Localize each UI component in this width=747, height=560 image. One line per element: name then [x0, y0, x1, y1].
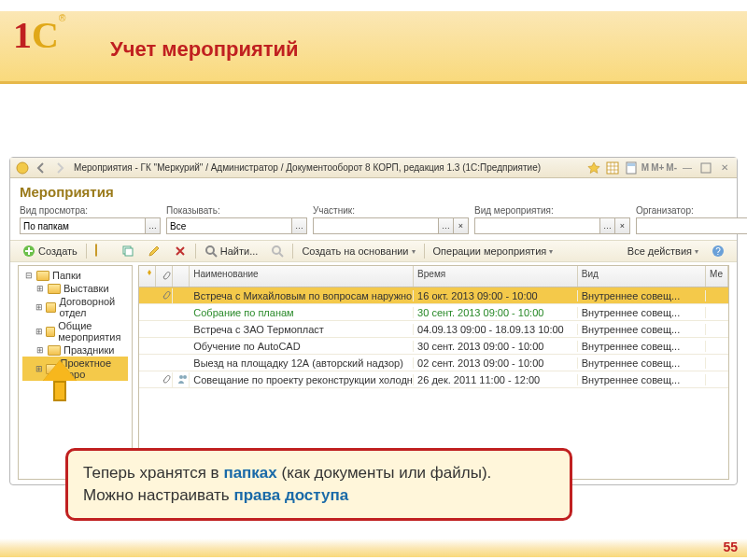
svg-point-8	[206, 246, 214, 254]
plus-icon	[22, 245, 35, 258]
operations-label: Операции мероприятия	[433, 245, 547, 257]
table-row[interactable]: Встреча с Михайловым по вопросам наружно…	[139, 287, 728, 304]
cell-time: 26 дек. 2011 11:00 - 12:00	[414, 374, 578, 385]
find-button[interactable]: Найти...	[200, 244, 263, 259]
slide-title: Учет мероприятий	[110, 37, 299, 62]
cell-name: Совещание по проекту реконструкции холод…	[190, 374, 414, 385]
magnifier-icon	[204, 245, 218, 258]
favorite-icon[interactable]	[587, 161, 600, 175]
pencil-icon	[148, 245, 161, 258]
callout-keyword-2: права доступа	[233, 486, 348, 504]
grid-header: Наименование Время Вид Ме	[139, 266, 728, 287]
col-type[interactable]: Вид	[578, 266, 706, 287]
col-time[interactable]: Время	[414, 266, 578, 287]
filter-show-label: Показывать:	[166, 205, 307, 216]
table-row[interactable]: Совещание по проекту реконструкции холод…	[139, 371, 728, 388]
all-actions-button[interactable]: Все действия	[623, 245, 703, 258]
cell-type: Внутреннее совещ...	[578, 341, 706, 352]
create-based-button[interactable]: Создать на основании	[297, 245, 419, 258]
callout-keyword-1: папках	[223, 464, 276, 482]
operations-button[interactable]: Операции мероприятия	[429, 245, 558, 258]
cell-time: 30 сент. 2013 09:00 - 10:00	[414, 341, 578, 352]
tree-item[interactable]: ⊞Выставки	[22, 282, 128, 295]
tree-root[interactable]: ⊟ Папки	[22, 269, 128, 282]
titlebar: Мероприятия - ГК "Меркурий" / Администра…	[10, 158, 737, 178]
create-label: Создать	[38, 245, 78, 257]
cell-name: Выезд на площадку 12А (авторский надзор)	[190, 357, 414, 369]
folder-icon	[46, 327, 55, 337]
cell-type: Внутреннее совещ...	[578, 324, 706, 335]
app-icon	[16, 161, 29, 175]
table-row[interactable]: Выезд на площадку 12А (авторский надзор)…	[139, 355, 728, 371]
callout-arrow	[43, 360, 77, 403]
table-row[interactable]: Встреча с ЗАО Термопласт04.09.13 09:00 -…	[139, 321, 728, 338]
expand-icon[interactable]: ⊞	[35, 345, 45, 355]
m-button[interactable]: M	[641, 162, 649, 173]
collapse-icon[interactable]: ⊟	[24, 271, 34, 280]
create-button[interactable]: Создать	[18, 244, 82, 259]
cell-attach	[156, 372, 173, 387]
back-icon[interactable]	[35, 161, 48, 175]
callout-box: Теперь хранятся в папках (как документы …	[65, 448, 572, 521]
table-row[interactable]: Собрание по планам30 сент. 2013 09:00 - …	[139, 304, 728, 321]
folder-icon	[48, 345, 61, 356]
cell-name: Встреча с Михайловым по вопросам наружно…	[190, 290, 414, 301]
expand-icon[interactable]: ⊞	[35, 327, 43, 336]
new-folder-button[interactable]	[91, 244, 113, 259]
close-icon[interactable]: ✕	[718, 161, 731, 175]
grid-icon[interactable]	[606, 161, 619, 175]
filter-participant-input[interactable]	[313, 217, 439, 234]
folder-icon	[46, 302, 56, 313]
col-users[interactable]	[173, 266, 190, 287]
tree-item[interactable]: ⊞Общие мероприятия	[22, 319, 128, 343]
copy-icon	[121, 245, 134, 258]
filter-type-clear[interactable]: ×	[615, 217, 630, 234]
table-row[interactable]: Обучение по AutoCAD30 сент. 2013 09:00 -…	[139, 338, 728, 355]
calc-icon[interactable]	[625, 161, 638, 175]
filter-show-ellipsis[interactable]: …	[292, 217, 307, 234]
edit-button[interactable]	[143, 244, 165, 259]
filter-view-ellipsis[interactable]: …	[146, 217, 161, 234]
filter-participant-clear[interactable]: ×	[454, 217, 469, 234]
tree-item[interactable]: ⊞Договорной отдел	[22, 295, 128, 319]
filter-type-ellipsis[interactable]: …	[600, 217, 615, 234]
filter-show-input[interactable]	[166, 217, 292, 234]
m-minus-button[interactable]: M-	[666, 162, 677, 173]
maximize-icon[interactable]	[699, 161, 712, 175]
help-button[interactable]: ?	[707, 244, 729, 259]
copy-button[interactable]	[117, 244, 139, 259]
col-me[interactable]: Ме	[706, 266, 728, 287]
expand-icon[interactable]: ⊞	[35, 284, 45, 293]
cell-type: Внутреннее совещ...	[578, 357, 706, 369]
find-label: Найти...	[220, 245, 259, 257]
svg-point-13	[183, 375, 187, 379]
cell-time: 30 сент. 2013 09:00 - 10:00	[414, 307, 578, 318]
tree-root-label: Папки	[52, 270, 81, 281]
clear-find-button[interactable]	[266, 244, 289, 259]
delete-button[interactable]	[169, 244, 191, 259]
filter-organizer-input[interactable]	[636, 217, 747, 234]
cell-name: Собрание по планам	[190, 307, 414, 318]
cell-name: Обучение по AutoCAD	[190, 341, 414, 352]
logo-1c: 1C®	[13, 13, 73, 67]
svg-point-9	[273, 246, 280, 254]
cell-name: Встреча с ЗАО Термопласт	[190, 324, 414, 335]
forward-icon[interactable]	[53, 161, 66, 175]
cell-type: Внутреннее совещ...	[578, 290, 706, 301]
filter-bar: Вид просмотра: … Показывать: … Участник:…	[10, 202, 737, 240]
expand-icon[interactable]: ⊞	[35, 302, 43, 312]
filter-participant-ellipsis[interactable]: …	[439, 217, 454, 234]
tree-item[interactable]: ⊞Праздники	[22, 343, 128, 357]
svg-rect-3	[627, 163, 635, 166]
cell-time: 04.09.13 09:00 - 18.09.13 10:00	[414, 324, 578, 335]
tree-item-label: Выставки	[63, 283, 109, 294]
col-name[interactable]: Наименование	[190, 266, 414, 287]
slide-footer	[0, 539, 747, 557]
col-flag[interactable]	[139, 266, 156, 287]
filter-type-input[interactable]	[474, 217, 600, 234]
callout-text-1: Теперь хранятся в	[83, 464, 223, 482]
filter-view-input[interactable]	[20, 217, 146, 234]
col-attach[interactable]	[156, 266, 173, 287]
m-plus-button[interactable]: M+	[651, 162, 664, 173]
minimize-icon[interactable]: —	[681, 161, 694, 175]
